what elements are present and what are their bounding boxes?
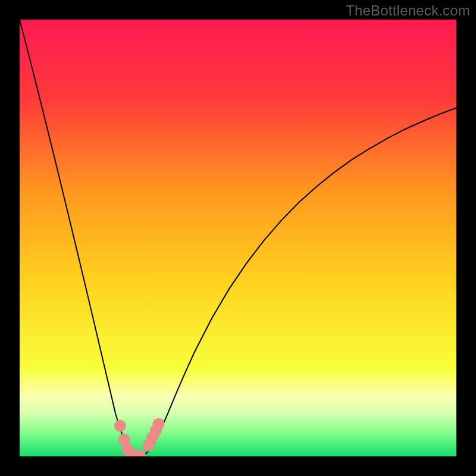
plot-area (20, 20, 456, 456)
chart-svg (20, 20, 456, 456)
marker-dot (114, 420, 126, 432)
gradient-background (20, 20, 456, 456)
watermark-text: TheBottleneck.com (346, 2, 470, 19)
marker-dot (152, 418, 164, 430)
outer-frame: TheBottleneck.com (0, 0, 476, 476)
